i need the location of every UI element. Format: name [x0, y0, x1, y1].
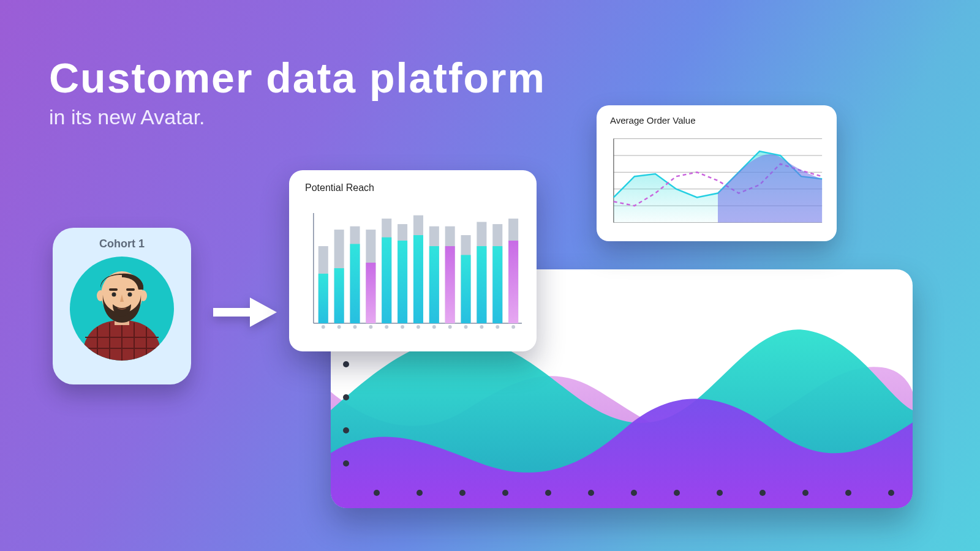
svg-point-39 [417, 325, 420, 329]
svg-point-14 [128, 293, 132, 297]
svg-point-13 [112, 293, 116, 297]
svg-point-48 [464, 325, 468, 329]
arrow-right-icon [213, 298, 277, 327]
svg-rect-35 [398, 241, 407, 323]
potential-reach-title: Potential Reach [305, 182, 374, 193]
svg-rect-26 [350, 244, 360, 323]
svg-rect-29 [366, 263, 375, 323]
svg-point-42 [432, 325, 436, 329]
y-axis-ticks [343, 361, 349, 467]
svg-point-57 [511, 325, 515, 329]
potential-reach-chart [305, 207, 523, 335]
svg-point-27 [353, 325, 357, 329]
svg-point-33 [385, 325, 388, 329]
aov-card: Average Order Value [597, 105, 837, 241]
svg-point-30 [369, 325, 372, 329]
svg-rect-15 [213, 308, 254, 317]
marketing-banner: Customer data platform in its new Avatar… [0, 0, 980, 551]
svg-marker-16 [250, 298, 277, 327]
x-axis-ticks [374, 490, 894, 496]
svg-rect-38 [413, 235, 423, 323]
svg-point-24 [337, 325, 341, 329]
svg-rect-11 [109, 288, 118, 291]
headline-subtitle: in its new Avatar. [49, 105, 546, 129]
avatar [70, 257, 174, 361]
svg-point-45 [448, 325, 452, 329]
svg-point-36 [401, 325, 404, 329]
cohort-label: Cohort 1 [99, 238, 145, 250]
svg-rect-32 [382, 238, 391, 323]
aov-title: Average Order Value [610, 115, 696, 126]
svg-rect-41 [429, 246, 439, 323]
headline-title: Customer data platform [49, 54, 546, 102]
svg-point-51 [480, 325, 483, 329]
svg-rect-12 [126, 288, 135, 291]
svg-rect-56 [508, 241, 518, 323]
potential-reach-card: Potential Reach [289, 170, 537, 351]
svg-point-54 [496, 325, 499, 329]
aov-chart [610, 133, 826, 229]
svg-rect-23 [334, 268, 344, 323]
svg-rect-44 [445, 246, 455, 323]
cohort-card: Cohort 1 [53, 228, 191, 384]
svg-point-21 [322, 325, 325, 329]
svg-rect-20 [318, 274, 328, 323]
svg-rect-53 [492, 246, 502, 323]
svg-rect-50 [477, 246, 486, 323]
svg-rect-47 [461, 255, 471, 323]
headline-block: Customer data platform in its new Avatar… [49, 54, 546, 129]
